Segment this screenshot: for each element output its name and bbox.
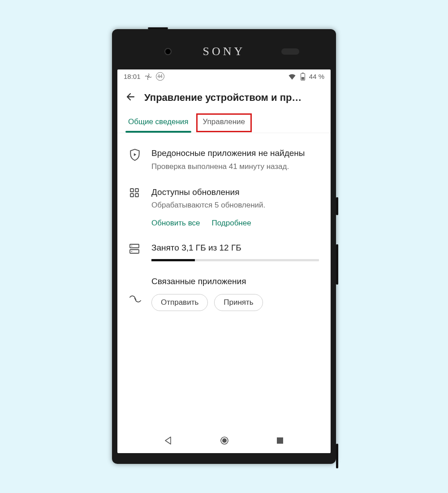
svg-point-12 bbox=[135, 298, 137, 300]
shield-icon bbox=[129, 147, 142, 172]
updates-details-button[interactable]: Подробнее bbox=[212, 219, 251, 228]
screen: 18:01 44 bbox=[117, 69, 331, 453]
storage-bar bbox=[151, 259, 319, 261]
linked-apps-row: Связанные приложения Отправить Принять bbox=[117, 266, 331, 316]
storage-row[interactable]: Занято 3,1 ГБ из 12 ГБ bbox=[117, 232, 331, 266]
protect-subtitle: Проверка выполнена 41 минуту назад. bbox=[151, 162, 319, 172]
page-title: Управление устройством и пр… bbox=[144, 92, 323, 104]
back-button[interactable] bbox=[125, 91, 136, 104]
svg-point-15 bbox=[222, 438, 227, 443]
nav-home-button[interactable] bbox=[220, 436, 229, 447]
linked-apps-title: Связанные приложения bbox=[151, 276, 319, 287]
notification-count-badge: 44 bbox=[156, 72, 164, 81]
svg-point-11 bbox=[131, 251, 132, 252]
svg-rect-5 bbox=[135, 189, 138, 192]
phone-frame: SONY 18:01 44 bbox=[112, 29, 336, 464]
battery-icon bbox=[300, 73, 306, 81]
tab-overview[interactable]: Общие сведения bbox=[121, 113, 196, 133]
tab-manage[interactable]: Управление bbox=[196, 113, 253, 133]
svg-rect-3 bbox=[302, 77, 304, 79]
storage-bar-fill bbox=[151, 259, 195, 261]
nav-back-button[interactable] bbox=[164, 436, 173, 447]
svg-point-13 bbox=[134, 298, 136, 299]
update-all-button[interactable]: Обновить все bbox=[151, 219, 200, 228]
svg-rect-4 bbox=[130, 189, 134, 192]
content: Вредоносные приложения не найдены Провер… bbox=[117, 133, 331, 430]
phone-bezel-top: SONY bbox=[117, 34, 331, 69]
storage-icon bbox=[129, 242, 142, 261]
svg-rect-2 bbox=[302, 73, 304, 74]
play-protect-row[interactable]: Вредоносные приложения не найдены Провер… bbox=[117, 138, 331, 177]
svg-rect-7 bbox=[135, 194, 138, 197]
send-button[interactable]: Отправить bbox=[151, 294, 208, 311]
protect-title: Вредоносные приложения не найдены bbox=[151, 147, 319, 159]
svg-point-0 bbox=[147, 76, 149, 77]
apps-grid-icon bbox=[129, 186, 142, 228]
share-icon bbox=[129, 276, 142, 311]
receive-button[interactable]: Принять bbox=[214, 294, 263, 311]
updates-subtitle: Обрабатываются 5 обновлений. bbox=[151, 200, 319, 211]
status-bar: 18:01 44 bbox=[117, 69, 331, 82]
status-time: 18:01 bbox=[124, 73, 141, 80]
fan-icon bbox=[144, 73, 152, 81]
tabs: Общие сведения Управление bbox=[117, 113, 331, 133]
battery-percent: 44 % bbox=[309, 73, 324, 80]
svg-rect-16 bbox=[277, 437, 283, 444]
front-camera bbox=[164, 48, 172, 55]
wifi-icon bbox=[288, 73, 297, 80]
earpiece bbox=[281, 48, 299, 55]
device-brand: SONY bbox=[203, 45, 246, 58]
storage-text: Занято 3,1 ГБ из 12 ГБ bbox=[151, 242, 319, 254]
svg-point-10 bbox=[131, 246, 132, 246]
updates-title: Доступны обновления bbox=[151, 186, 319, 198]
svg-rect-6 bbox=[130, 194, 134, 197]
app-bar: Управление устройством и пр… bbox=[117, 82, 331, 113]
updates-row: Доступны обновления Обрабатываются 5 обн… bbox=[117, 177, 331, 233]
android-nav-bar bbox=[117, 430, 331, 453]
nav-recent-button[interactable] bbox=[276, 437, 284, 446]
